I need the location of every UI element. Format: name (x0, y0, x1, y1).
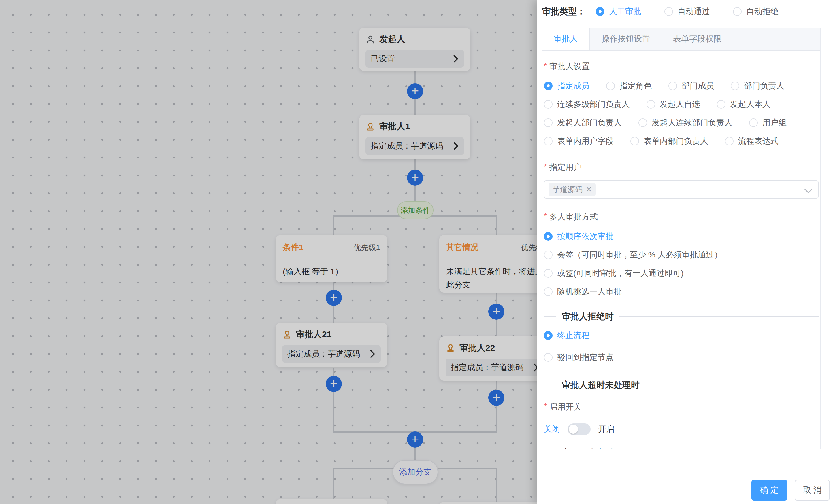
tab-button-settings[interactable]: 操作按钮设置 (590, 28, 662, 50)
radio-dot (630, 137, 639, 146)
assigned-user-label: * 指定用户 (544, 162, 818, 173)
tab-approver[interactable]: 审批人 (542, 28, 590, 50)
radio-dot (544, 251, 552, 259)
radio-user-group[interactable]: 用户组 (749, 117, 787, 128)
timeout-enable-switch[interactable] (568, 423, 591, 435)
radio-dot (638, 118, 647, 127)
radio-starter-dept-leader[interactable]: 发起人部门负责人 (544, 117, 622, 128)
reject-section-divider: 审批人拒绝时 (544, 311, 818, 321)
radio-return-to-node[interactable]: 驳回到指定节点 (544, 353, 818, 362)
approver-settings-drawer: 审批类型： 人工审批 自动通过 自动拒绝 审批人 操作按钮设置 表单字段权限 *… (537, 0, 833, 504)
radio-dot (749, 118, 758, 127)
footer-divider (537, 464, 833, 465)
user-tag: 芋道源码 ✕ (548, 183, 596, 196)
approver-setting-label: * 审批人设置 (544, 61, 818, 72)
cancel-button[interactable]: 取 消 (795, 480, 830, 501)
radio-dot (733, 7, 742, 16)
settings-tabs: 审批人 操作按钮设置 表单字段权限 * 审批人设置 指定成员 指定角色 (542, 28, 821, 449)
radio-dot (664, 7, 673, 16)
radio-dot (544, 331, 552, 340)
tab-panel-approver: * 审批人设置 指定成员 指定角色 部门成员 部门负责人 (542, 51, 820, 449)
radio-starter-self[interactable]: 发起人本人 (717, 99, 770, 110)
radio-dot (544, 232, 552, 241)
radio-dot (544, 137, 552, 146)
radio-multi-level-dept-leader[interactable]: 连续多级部门负责人 (544, 99, 630, 110)
radio-random-one[interactable]: 随机挑选一人审批 (544, 287, 818, 296)
tag-close-icon[interactable]: ✕ (586, 186, 592, 193)
radio-dot (544, 353, 552, 362)
radio-assigned-role[interactable]: 指定角色 (606, 80, 652, 91)
radio-terminate-process[interactable]: 终止流程 (544, 331, 818, 340)
radio-form-user-field[interactable]: 表单内用户字段 (544, 136, 614, 147)
radio-countersign[interactable]: 会签（可同时审批，至少 % 人必须审批通过） (544, 251, 818, 259)
approval-type-label: 审批类型： (542, 6, 586, 18)
radio-approve-in-order[interactable]: 按顺序依次审批 (544, 232, 818, 241)
required-asterisk: * (544, 162, 547, 172)
radio-dot (544, 81, 552, 90)
enable-switch-label: * 启用开关 (544, 401, 818, 412)
radio-or-sign[interactable]: 或签(可同时审批，有一人通过即可) (544, 269, 818, 278)
radio-process-expression[interactable]: 流程表达式 (725, 136, 779, 147)
radio-form-dept-leader[interactable]: 表单内部门负责人 (630, 136, 708, 147)
radio-dot (606, 81, 615, 90)
radio-dot (544, 118, 552, 127)
tab-form-field-permission[interactable]: 表单字段权限 (662, 28, 733, 50)
radio-dept-leader[interactable]: 部门负责人 (731, 80, 784, 91)
switch-knob (569, 425, 578, 434)
radio-dot (596, 7, 604, 16)
confirm-button[interactable]: 确 定 (752, 480, 787, 501)
required-asterisk: * (544, 61, 547, 71)
radio-dept-member[interactable]: 部门成员 (668, 80, 714, 91)
switch-off-label: 关闭 (544, 424, 560, 435)
radio-manual-approve[interactable]: 人工审批 (596, 6, 641, 17)
radio-assigned-member[interactable]: 指定成员 (544, 80, 590, 91)
radio-dot (544, 287, 552, 296)
radio-starter-multi-dept-leader[interactable]: 发起人连续部门负责人 (638, 117, 732, 128)
radio-dot (731, 81, 739, 90)
empty-approver-section-divider: 审批人为空时 (544, 448, 818, 449)
radio-auto-reject[interactable]: 自动拒绝 (733, 6, 779, 17)
radio-dot (544, 100, 552, 108)
multi-approve-label: * 多人审批方式 (544, 211, 818, 222)
chevron-down-icon (805, 185, 812, 193)
radio-dot (646, 100, 655, 108)
required-asterisk: * (544, 401, 547, 411)
switch-on-label: 开启 (598, 424, 614, 435)
required-asterisk: * (544, 211, 547, 221)
radio-dot (725, 137, 734, 146)
timeout-section-divider: 审批人超时未处理时 (544, 380, 818, 390)
radio-dot (717, 100, 725, 108)
radio-starter-select[interactable]: 发起人自选 (646, 99, 700, 110)
radio-dot (544, 269, 552, 278)
assigned-user-select[interactable]: 芋道源码 ✕ (544, 180, 818, 199)
radio-auto-pass[interactable]: 自动通过 (664, 6, 710, 17)
radio-dot (668, 81, 677, 90)
